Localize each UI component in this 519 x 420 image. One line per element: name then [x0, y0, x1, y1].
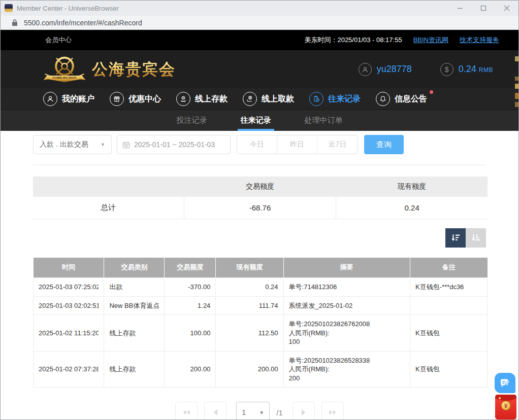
customer-service-button[interactable] — [495, 373, 515, 393]
nav-item-announcements[interactable]: 信息公告 — [376, 92, 427, 106]
top-info-bar: 会员中心 美东时间：2025/01/03 - 08:17:55 BBIN资讯网 … — [1, 30, 518, 50]
username[interactable]: yu28778 — [377, 64, 412, 75]
bbin-news-link[interactable]: BBIN资讯网 — [413, 36, 448, 45]
gold-coin-icon: ¥ — [501, 401, 511, 410]
summary-row: 总计 -68.76 0.24 — [33, 197, 488, 219]
balance-chip[interactable]: $ 0.24 RMB — [440, 63, 493, 76]
notification-badge — [430, 90, 433, 94]
records-clipboard-icon — [309, 92, 323, 106]
window-title: Member Center - UniverseBrowser — [17, 5, 448, 12]
cell-summary: 系统派发_2025-01-02 — [283, 296, 410, 315]
first-page-button[interactable] — [175, 402, 198, 420]
bell-icon — [376, 92, 390, 106]
cell-balance: 112.50 — [216, 315, 283, 352]
summary-header-amount: 交易额度 — [184, 177, 336, 197]
tech-support-link[interactable]: 技术支持服务 — [460, 36, 499, 45]
table-row: 2025-01-03 02:02:51New BB体育返点1.24111.74系… — [34, 296, 488, 315]
table-row: 2025-01-03 07:25:02出款-370.000.24单号:71481… — [34, 278, 488, 297]
cell-summary: 单号:202501023826762008人民币(RMB):100 — [283, 315, 410, 352]
nav-item-my-account[interactable]: 我的账户 — [43, 92, 94, 106]
sort-controls — [33, 228, 486, 248]
close-button[interactable] — [495, 1, 518, 16]
calendar-icon — [122, 141, 130, 149]
cell-note: K豆钱包 — [410, 351, 487, 388]
chevron-down-icon: ▼ — [259, 410, 264, 415]
summary-total-balance: 0.24 — [336, 197, 488, 219]
last-page-button[interactable] — [321, 402, 344, 420]
cell-amount: 100.00 — [165, 315, 216, 352]
cell-summary: 单号:714812306 — [283, 278, 410, 297]
compose-icon — [499, 377, 511, 389]
table-row: 2025-01-02 07:37:28线上存款200.00200.00单号:20… — [34, 351, 488, 388]
content-area: 入款 . 出款交易 ▼ 2025-01-01 ~ 2025-01-03 今日 昨… — [1, 131, 518, 420]
ship-wheel-icon: GAMBLING BOAT — [40, 53, 89, 86]
search-button[interactable]: 查询 — [364, 135, 404, 154]
member-center-label: 会员中心 — [45, 36, 72, 45]
dollar-icon: $ — [440, 63, 453, 76]
nav-item-deposit[interactable]: 线上存款 — [176, 92, 228, 106]
edge-widget-strip — [514, 50, 518, 131]
server-time: 美东时间：2025/01/03 - 08:17:55 — [304, 36, 402, 45]
tab-bet-records[interactable]: 投注记录 — [175, 110, 209, 131]
col-note: 备注 — [410, 258, 487, 278]
url-input[interactable]: 5500.com/infe/mcenter/#/cashRecord — [24, 19, 142, 27]
summary-total-amount: -68.76 — [184, 197, 336, 219]
cell-time: 2025-01-02 11:15:20 — [34, 315, 104, 352]
last7days-button[interactable]: 近7日 — [317, 135, 358, 154]
cell-time: 2025-01-03 02:02:51 — [34, 296, 104, 315]
user-chip[interactable]: yu28778 — [359, 63, 412, 76]
site-logo[interactable]: GAMBLING BOAT 公海贵宾会 — [40, 53, 176, 86]
sparkle-icon — [499, 397, 501, 399]
sort-ascending-button[interactable] — [466, 228, 486, 248]
col-amount: 交易额度 — [165, 258, 216, 278]
cell-type: 出款 — [104, 278, 165, 297]
tab-cash-records[interactable]: 往来记录 — [239, 110, 273, 131]
date-range-input[interactable]: 2025-01-01 ~ 2025-01-03 — [117, 135, 231, 154]
transactions-body: 2025-01-03 07:25:02出款-370.000.24单号:71481… — [34, 278, 488, 388]
divider — [33, 165, 486, 165]
nav-item-promotions[interactable]: 优惠中心 — [110, 92, 161, 106]
browser-titlebar: Member Center - UniverseBrowser — [1, 1, 518, 16]
prev-page-button[interactable] — [204, 402, 226, 420]
user-icon — [43, 92, 57, 106]
page-select[interactable]: 1 ▼ — [236, 402, 270, 420]
cell-amount: -370.00 — [165, 278, 216, 297]
cell-note: K豆钱包-***dc36 — [410, 278, 487, 297]
browser-favicon-icon — [5, 4, 13, 12]
cell-type: 线上存款 — [104, 351, 165, 388]
col-time: 时间 — [34, 258, 104, 278]
balance-currency: RMB — [479, 66, 493, 74]
today-button[interactable]: 今日 — [237, 135, 277, 154]
sub-tab-bar: 投注记录 往来记录 处理中订单 — [1, 110, 518, 131]
cell-type: New BB体育返点 — [104, 296, 165, 315]
maximize-button[interactable] — [472, 1, 495, 16]
balance-amount: 0.24 — [459, 64, 476, 74]
cell-note: K豆钱包 — [410, 315, 487, 352]
user-avatar-icon — [359, 63, 372, 76]
summary-total-label: 总计 — [33, 197, 184, 219]
chevron-down-icon: ▼ — [101, 142, 105, 147]
cell-type: 线上存款 — [104, 315, 165, 352]
cell-time: 2025-01-03 07:25:02 — [34, 278, 104, 297]
tab-pending-orders[interactable]: 处理中订单 — [303, 110, 345, 131]
cell-time: 2025-01-02 07:37:28 — [34, 351, 104, 388]
red-envelope-button[interactable]: ¥ — [495, 395, 516, 419]
quick-date-group: 今日 昨日 近7日 — [237, 135, 358, 154]
cell-balance: 200.00 — [216, 351, 283, 388]
cell-amount: 200.00 — [165, 351, 216, 388]
col-balance: 现有额度 — [216, 258, 283, 278]
yesterday-button[interactable]: 昨日 — [277, 135, 317, 154]
table-row: 2025-01-02 11:15:20线上存款100.00112.50单号:20… — [34, 315, 488, 352]
summary-table: 交易额度 现有额度 总计 -68.76 0.24 — [33, 177, 488, 219]
transaction-type-select[interactable]: 入款 . 出款交易 ▼ — [33, 135, 112, 154]
filter-row: 入款 . 出款交易 ▼ 2025-01-01 ~ 2025-01-03 今日 昨… — [33, 135, 486, 154]
sort-descending-button[interactable] — [445, 228, 466, 248]
lock-icon[interactable] — [12, 19, 18, 26]
nav-item-withdraw[interactable]: 线上取款 — [243, 92, 294, 106]
cell-amount: 1.24 — [165, 296, 216, 315]
minimize-button[interactable] — [448, 1, 472, 16]
nav-item-transaction-records[interactable]: 往来记录 — [309, 92, 361, 106]
deposit-hand-coin-icon — [176, 92, 190, 106]
next-page-button[interactable] — [293, 402, 315, 420]
main-nav: 我的账户 优惠中心 线上存款 线上取款 往来记录 信息公告 — [1, 88, 518, 110]
